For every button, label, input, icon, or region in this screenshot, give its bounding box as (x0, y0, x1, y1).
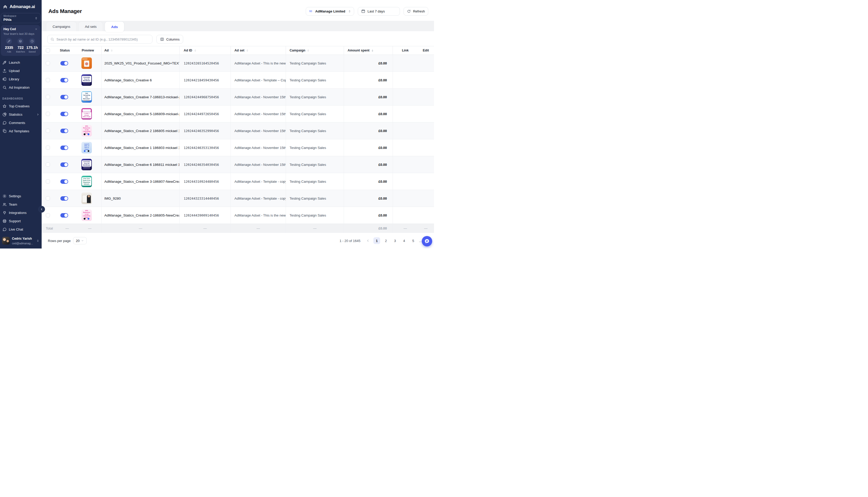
ad-name[interactable]: AdManage_Statics_Creative 5-186809-micka… (101, 105, 179, 122)
ad-preview-thumbnail[interactable]: Still Uploading Ads Manually? (81, 91, 92, 103)
page-button-3[interactable]: 3 (391, 237, 398, 244)
sidebar-item-integrations[interactable]: Integrations (0, 209, 42, 217)
account-selector[interactable]: AdManage Limited (306, 7, 354, 16)
rows-per-page-select[interactable]: 20 (73, 237, 86, 244)
ad-name[interactable]: IMG_9280 (101, 190, 179, 207)
ad-preview-thumbnail[interactable] (81, 193, 92, 204)
row-checkbox[interactable] (46, 78, 50, 82)
edit-icon[interactable] (424, 95, 428, 99)
status-toggle[interactable] (60, 61, 68, 66)
column-header-ad-set[interactable]: Ad set (231, 46, 286, 55)
sidebar-item-upload[interactable]: Upload (0, 67, 42, 75)
ad-preview-thumbnail[interactable]: 1 click 1 minute 100s of ads (81, 108, 92, 119)
external-link-icon[interactable] (403, 78, 408, 82)
ad-preview-thumbnail[interactable]: 90% Reduction in Ad Launching Time (81, 210, 92, 221)
ad-preview-thumbnail[interactable]: Launch 100s of Ads in <1min. (81, 142, 92, 153)
tab-ads[interactable]: Ads (105, 21, 124, 32)
status-toggle[interactable] (60, 112, 68, 116)
sidebar-item-top-creatives[interactable]: Top Creatives (0, 102, 42, 110)
ad-preview-thumbnail[interactable]: 90% Reduction in Ad Launching Time (81, 125, 92, 137)
workspace-selector[interactable]: Workspace Pihla (1, 13, 41, 23)
column-header-campaign[interactable]: Campaign (286, 46, 344, 55)
close-icon[interactable] (35, 28, 38, 31)
status-toggle[interactable] (60, 95, 68, 99)
column-header-amount-spent[interactable]: Amount spent (344, 46, 392, 55)
tab-campaigns[interactable]: Campaigns (46, 22, 77, 31)
external-link-icon[interactable] (403, 179, 408, 184)
ad-preview-thumbnail[interactable] (81, 57, 92, 69)
edit-icon[interactable] (424, 213, 428, 217)
external-link-icon[interactable] (403, 61, 408, 66)
ad-preview-thumbnail[interactable]: Free Your Team From Repetitive Uploads. (81, 176, 92, 187)
row-checkbox[interactable] (46, 213, 50, 217)
row-checkbox[interactable] (46, 196, 50, 200)
external-link-icon[interactable] (403, 196, 408, 201)
ad-preview-thumbnail[interactable]: Automate Your Ad Workflows (81, 159, 92, 170)
prev-page-button[interactable] (365, 238, 371, 244)
external-link-icon[interactable] (403, 95, 408, 99)
status-toggle[interactable] (60, 196, 68, 201)
date-range-picker[interactable]: Last 7 days (358, 7, 400, 16)
ad-name[interactable]: AdManage_Statics_Creative 2 186805 micka… (101, 123, 179, 139)
page-button-5[interactable]: 5 (410, 237, 416, 244)
ad-name[interactable]: AdManage_Statics_Creative 1 186803 micka… (101, 139, 179, 156)
external-link-icon[interactable] (403, 112, 408, 116)
sidebar-item-live-chat[interactable]: Live Chat (0, 225, 42, 233)
row-checkbox[interactable] (46, 162, 50, 167)
status-toggle[interactable] (60, 145, 68, 150)
edit-icon[interactable] (424, 112, 428, 116)
ad-name[interactable]: AdManage_Statics_Creative 3-186807-NewCr… (101, 173, 179, 190)
ad-name[interactable]: 2025_WK25_V01_Product_Focused_IMG+TEXT_( (101, 55, 179, 71)
ad-name[interactable]: AdManage_Statics_Creative 6 186811 micka… (101, 156, 179, 173)
edit-icon[interactable] (424, 129, 428, 133)
ad-name[interactable]: AdManage_Statics_Creative 2-186805-NewCr… (101, 207, 179, 224)
ad-preview-thumbnail[interactable]: Automate Your Ad Workflows (81, 74, 92, 86)
select-all-checkbox[interactable] (46, 48, 50, 53)
ad-name[interactable]: AdManage_Statics_Creative 6 (101, 72, 179, 88)
edit-icon[interactable] (424, 162, 428, 167)
tab-ad-sets[interactable]: Ad sets (78, 22, 103, 31)
sidebar-item-ad-templates[interactable]: Ad Templates (0, 127, 42, 135)
edit-icon[interactable] (424, 179, 428, 184)
ad-name[interactable]: AdManage_Statics_Creative 7-186813-micka… (101, 89, 179, 105)
sidebar-item-launch[interactable]: Launch (0, 58, 42, 67)
refresh-button[interactable]: Refresh (403, 7, 428, 16)
edit-icon[interactable] (424, 78, 428, 82)
logo[interactable]: Admanage.ai (0, 0, 42, 12)
user-menu[interactable]: Cedric Yarish ced@admanag... (0, 233, 42, 248)
column-header-ad-id[interactable]: Ad ID (179, 46, 231, 55)
external-link-icon[interactable] (403, 145, 408, 150)
sidebar-item-settings[interactable]: Settings (0, 192, 42, 200)
edit-icon[interactable] (424, 145, 428, 150)
row-checkbox[interactable] (46, 129, 50, 133)
status-toggle[interactable] (60, 162, 68, 167)
sidebar-item-support[interactable]: Support (0, 217, 42, 225)
sidebar-collapse-button[interactable] (38, 206, 45, 213)
row-checkbox[interactable] (46, 61, 50, 65)
page-button-1[interactable]: 1 (373, 237, 380, 244)
status-toggle[interactable] (60, 213, 68, 217)
search-input[interactable] (47, 35, 152, 44)
column-header-ad[interactable]: Ad (101, 46, 179, 55)
sidebar-item-library[interactable]: Library (0, 75, 42, 83)
sidebar-item-team[interactable]: Team (0, 200, 42, 209)
row-checkbox[interactable] (46, 95, 50, 99)
columns-button[interactable]: Columns (156, 35, 183, 44)
sidebar-item-statistics[interactable]: Statistics (0, 110, 42, 118)
edit-icon[interactable] (424, 61, 428, 66)
external-link-icon[interactable] (403, 129, 408, 133)
sidebar-item-ad-inspiration[interactable]: Ad Inspiration (0, 83, 42, 91)
external-link-icon[interactable] (403, 162, 408, 167)
page-button-2[interactable]: 2 (383, 237, 389, 244)
status-toggle[interactable] (60, 78, 68, 82)
page-button-4[interactable]: 4 (401, 237, 408, 244)
row-checkbox[interactable] (46, 179, 50, 184)
status-toggle[interactable] (60, 179, 68, 184)
sidebar-item-comments[interactable]: Comments (0, 118, 42, 127)
live-chat-button[interactable] (422, 236, 432, 246)
edit-icon[interactable] (424, 196, 428, 201)
row-checkbox[interactable] (46, 112, 50, 116)
row-checkbox[interactable] (46, 145, 50, 150)
external-link-icon[interactable] (403, 213, 408, 217)
status-toggle[interactable] (60, 129, 68, 133)
